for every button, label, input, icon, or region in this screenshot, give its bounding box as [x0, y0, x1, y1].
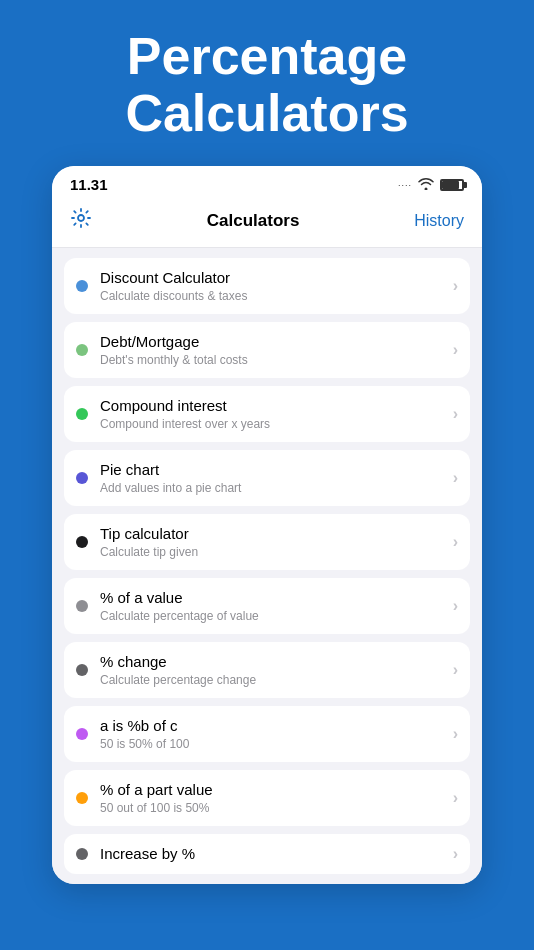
item-title: Tip calculator [100, 525, 441, 543]
item-dot [76, 472, 88, 484]
item-title: Debt/Mortgage [100, 333, 441, 351]
item-text: Increase by % [100, 845, 441, 863]
status-time: 11.31 [70, 176, 108, 193]
calculator-list: Discount Calculator Calculate discounts … [52, 248, 482, 884]
history-button[interactable]: History [414, 212, 464, 230]
chevron-right-icon: › [453, 469, 458, 487]
item-title: Pie chart [100, 461, 441, 479]
item-subtitle: Calculate percentage of value [100, 609, 441, 623]
item-text: Pie chart Add values into a pie chart [100, 461, 441, 495]
item-subtitle: 50 is 50% of 100 [100, 737, 441, 751]
list-item[interactable]: Pie chart Add values into a pie chart › [64, 450, 470, 506]
battery-icon [440, 179, 464, 191]
chevron-right-icon: › [453, 725, 458, 743]
list-item[interactable]: Tip calculator Calculate tip given › [64, 514, 470, 570]
nav-bar: Calculators History [52, 199, 482, 248]
item-title: % of a part value [100, 781, 441, 799]
item-dot [76, 280, 88, 292]
list-item[interactable]: Increase by % › [64, 834, 470, 874]
item-dot [76, 848, 88, 860]
list-item[interactable]: a is %b of c 50 is 50% of 100 › [64, 706, 470, 762]
item-text: Discount Calculator Calculate discounts … [100, 269, 441, 303]
item-subtitle: 50 out of 100 is 50% [100, 801, 441, 815]
item-subtitle: Compound interest over x years [100, 417, 441, 431]
chevron-right-icon: › [453, 661, 458, 679]
item-title: % change [100, 653, 441, 671]
svg-point-0 [78, 215, 84, 221]
item-title: a is %b of c [100, 717, 441, 735]
settings-icon[interactable] [70, 207, 92, 235]
item-title: Increase by % [100, 845, 441, 863]
item-dot [76, 408, 88, 420]
wifi-icon [418, 177, 434, 193]
nav-title: Calculators [207, 211, 300, 231]
chevron-right-icon: › [453, 533, 458, 551]
item-dot [76, 600, 88, 612]
item-subtitle: Calculate tip given [100, 545, 441, 559]
item-dot [76, 344, 88, 356]
item-text: % of a value Calculate percentage of val… [100, 589, 441, 623]
chevron-right-icon: › [453, 845, 458, 863]
chevron-right-icon: › [453, 341, 458, 359]
item-dot [76, 664, 88, 676]
item-text: Debt/Mortgage Debt's monthly & total cos… [100, 333, 441, 367]
chevron-right-icon: › [453, 405, 458, 423]
chevron-right-icon: › [453, 597, 458, 615]
list-item[interactable]: % of a part value 50 out of 100 is 50% › [64, 770, 470, 826]
item-title: Discount Calculator [100, 269, 441, 287]
chevron-right-icon: › [453, 277, 458, 295]
item-subtitle: Debt's monthly & total costs [100, 353, 441, 367]
chevron-right-icon: › [453, 789, 458, 807]
status-icons: ···· [398, 177, 464, 193]
status-bar: 11.31 ···· [52, 166, 482, 199]
item-text: a is %b of c 50 is 50% of 100 [100, 717, 441, 751]
signal-icon: ···· [398, 180, 412, 190]
list-item[interactable]: % change Calculate percentage change › [64, 642, 470, 698]
item-title: Compound interest [100, 397, 441, 415]
list-item[interactable]: Compound interest Compound interest over… [64, 386, 470, 442]
item-dot [76, 536, 88, 548]
item-dot [76, 728, 88, 740]
item-dot [76, 792, 88, 804]
hero-section: Percentage Calculators [0, 0, 534, 166]
item-text: Tip calculator Calculate tip given [100, 525, 441, 559]
item-text: Compound interest Compound interest over… [100, 397, 441, 431]
item-subtitle: Calculate percentage change [100, 673, 441, 687]
page-title: Percentage Calculators [0, 0, 534, 166]
item-subtitle: Add values into a pie chart [100, 481, 441, 495]
list-item[interactable]: % of a value Calculate percentage of val… [64, 578, 470, 634]
item-subtitle: Calculate discounts & taxes [100, 289, 441, 303]
phone-card: 11.31 ···· Calculators History [52, 166, 482, 884]
item-title: % of a value [100, 589, 441, 607]
list-item[interactable]: Discount Calculator Calculate discounts … [64, 258, 470, 314]
item-text: % change Calculate percentage change [100, 653, 441, 687]
item-text: % of a part value 50 out of 100 is 50% [100, 781, 441, 815]
list-item[interactable]: Debt/Mortgage Debt's monthly & total cos… [64, 322, 470, 378]
